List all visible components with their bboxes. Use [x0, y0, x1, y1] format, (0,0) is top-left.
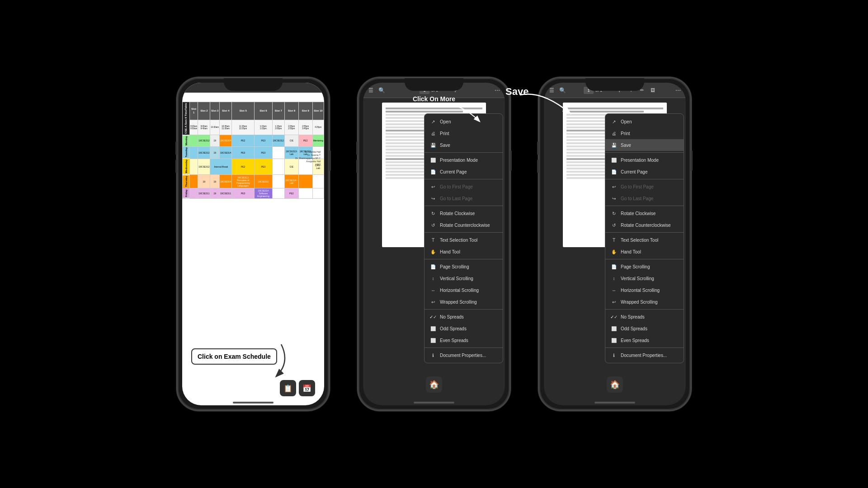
menu-horiz-scroll[interactable]: ↔ Horizontal Scrolling: [425, 284, 503, 296]
print-label-3: Print: [621, 131, 630, 136]
rotate-ccw-label: Rotate Counterclockwise: [440, 223, 490, 228]
menu-first-page-3[interactable]: ↩ Go to First Page: [605, 181, 684, 192]
first-page-label-3: Go to First Page: [621, 184, 654, 189]
phone3-vol2: [537, 160, 539, 173]
sidebar-toggle-icon[interactable]: ☰: [367, 86, 375, 94]
phone1-home-bar: [233, 402, 274, 404]
open-label-3: Open: [621, 119, 632, 124]
pdf-content-3: ↗ Open 🖨 Print 💾 Save ⬜ Presentation: [544, 98, 686, 405]
home-button-3[interactable]: 🏠: [607, 376, 623, 393]
menu-no-spreads[interactable]: ✓ No Spreads: [425, 311, 503, 323]
pdf-screen-3: ☰ 🔍 of 1 − + T ✏ 🖼 ⋯: [544, 83, 686, 405]
menu-page-scroll-3[interactable]: 📄 Page Scrolling: [605, 261, 684, 272]
first-page-icon-3: ↩: [611, 183, 617, 190]
menu-rotate-ccw-3[interactable]: ↺ Rotate Counterclockwise: [605, 219, 684, 231]
dropdown-menu-2: ↗ Open 🖨 Print 💾 Save ⬜ Presentation: [424, 113, 503, 363]
menu-odd-spreads[interactable]: ⬜ Odd Spreads: [425, 323, 503, 334]
phone2-vol1: [356, 141, 358, 155]
even-spreads-label-3: Even Spreads: [621, 338, 649, 343]
menu-hand-tool-3[interactable]: ✋ Hand Tool: [605, 246, 684, 258]
even-spreads-icon-3: ⬜: [611, 337, 617, 343]
first-page-label: Go to First Page: [440, 184, 473, 189]
click-arrow-svg: [434, 103, 488, 130]
menu-current-page-3[interactable]: 📄 Current Page: [605, 166, 684, 178]
menu-rotate-cw-3[interactable]: ↻ Rotate Clockwise: [605, 207, 684, 219]
phone3-vol1: [537, 141, 539, 155]
divider1-3: [605, 152, 684, 153]
print-icon: 🖨: [430, 130, 436, 136]
phone3-power: [691, 150, 693, 171]
menu-even-spreads-3[interactable]: ⬜ Even Spreads: [605, 334, 684, 346]
no-spreads-label-3: No Spreads: [621, 314, 645, 319]
menu-save[interactable]: 💾 Save: [425, 139, 503, 151]
phone1: CSE A Sem 6 TimeTable CSE A Sem 6 TimeTa…: [176, 77, 330, 411]
divider4: [425, 232, 503, 233]
menu-print-3[interactable]: 🖨 Print: [605, 127, 684, 139]
timetable-screen: CSE A Sem 6 TimeTable CSE A Sem 6 TimeTa…: [182, 83, 324, 405]
menu-wrap-scroll[interactable]: ↩ Wrapped Scrolling: [425, 296, 503, 308]
phone2-notch: [405, 78, 463, 91]
wrap-scroll-label-3: Wrapped Scrolling: [621, 300, 658, 305]
divider3: [425, 206, 503, 206]
menu-odd-spreads-3[interactable]: ⬜ Odd Spreads: [605, 323, 684, 334]
wrap-scroll-icon: ↩: [430, 299, 436, 305]
menu-hand-tool[interactable]: ✋ Hand Tool: [425, 246, 503, 258]
menu-rotate-ccw[interactable]: ↺ Rotate Counterclockwise: [425, 219, 503, 231]
menu-last-page-3[interactable]: ↪ Go to Last Page: [605, 192, 684, 204]
rotate-ccw-label-3: Rotate Counterclockwise: [621, 223, 671, 228]
menu-wrap-scroll-3[interactable]: ↩ Wrapped Scrolling: [605, 296, 684, 308]
phone2-screen: Click On More ☰ 🔍 of 1: [363, 83, 505, 405]
presentation-icon-3: ⬜: [611, 157, 617, 163]
menu-horiz-scroll-3[interactable]: ↔ Horizontal Scrolling: [605, 284, 684, 296]
more-options-icon-3[interactable]: ⋯: [674, 86, 682, 94]
menu-no-spreads-3[interactable]: ✓ No Spreads: [605, 311, 684, 323]
rotate-cw-label: Rotate Clockwise: [440, 211, 475, 216]
menu-vert-scroll[interactable]: ↕ Vertical Scrolling: [425, 272, 503, 284]
menu-even-spreads[interactable]: ⬜ Even Spreads: [425, 334, 503, 346]
menu-doc-props-3[interactable]: ℹ Document Properties...: [605, 349, 684, 361]
home-button-2[interactable]: 🏠: [426, 376, 442, 393]
hand-tool-icon: ✋: [430, 249, 436, 255]
menu-last-page[interactable]: ↪ Go to Last Page: [425, 192, 503, 204]
menu-first-page[interactable]: ↩ Go to First Page: [425, 181, 503, 192]
menu-open-3[interactable]: ↗ Open: [605, 116, 684, 127]
phone1-screen: CSE A Sem 6 TimeTable CSE A Sem 6 TimeTa…: [182, 83, 324, 405]
menu-current-page[interactable]: 📄 Current Page: [425, 166, 503, 178]
search-icon[interactable]: 🔍: [377, 86, 386, 94]
no-spreads-label: No Spreads: [440, 314, 464, 319]
divider2: [425, 179, 503, 179]
divider3-3: [605, 206, 684, 206]
no-spreads-icon: ✓: [430, 314, 436, 320]
divider5: [425, 259, 503, 259]
menu-presentation-3[interactable]: ⬜ Presentation Mode: [605, 154, 684, 166]
image-icon-3[interactable]: 🖼: [649, 86, 657, 94]
menu-doc-props[interactable]: ℹ Document Properties...: [425, 349, 503, 361]
menu-page-scroll[interactable]: 📄 Page Scrolling: [425, 261, 503, 272]
phone1-notch: [224, 78, 283, 91]
last-page-icon-3: ↪: [611, 195, 617, 202]
sidebar-toggle-icon-3[interactable]: ☰: [547, 86, 556, 94]
doc-props-icon-3: ℹ: [611, 352, 617, 358]
phone1-vol2: [175, 160, 177, 173]
current-page-label-3: Current Page: [621, 169, 647, 174]
search-icon-3[interactable]: 🔍: [558, 86, 566, 94]
save-label: Save: [440, 143, 450, 148]
presentation-label: Presentation Mode: [440, 158, 478, 163]
phone2-vol2: [356, 160, 358, 173]
menu-presentation[interactable]: ⬜ Presentation Mode: [425, 154, 503, 166]
menu-vert-scroll-3[interactable]: ↕ Vertical Scrolling: [605, 272, 684, 284]
menu-save-3[interactable]: 💾 Save: [605, 139, 684, 151]
hand-tool-icon-3: ✋: [611, 249, 617, 255]
btn-calendar[interactable]: 📅: [299, 380, 315, 396]
doc-props-icon: ℹ: [430, 352, 436, 358]
menu-text-tool[interactable]: T Text Selection Tool: [425, 234, 503, 246]
more-options-icon[interactable]: ⋯: [493, 86, 501, 94]
current-page-label: Current Page: [440, 169, 467, 174]
menu-text-tool-3[interactable]: T Text Selection Tool: [605, 234, 684, 246]
wrap-scroll-icon-3: ↩: [611, 299, 617, 305]
phone3: ☰ 🔍 of 1 − + T ✏ 🖼 ⋯: [538, 77, 692, 411]
btn-timetable[interactable]: 📋: [280, 380, 296, 396]
rotate-cw-label-3: Rotate Clockwise: [621, 211, 656, 216]
save-icon-3: 💾: [611, 142, 617, 148]
menu-rotate-cw[interactable]: ↻ Rotate Clockwise: [425, 207, 503, 219]
